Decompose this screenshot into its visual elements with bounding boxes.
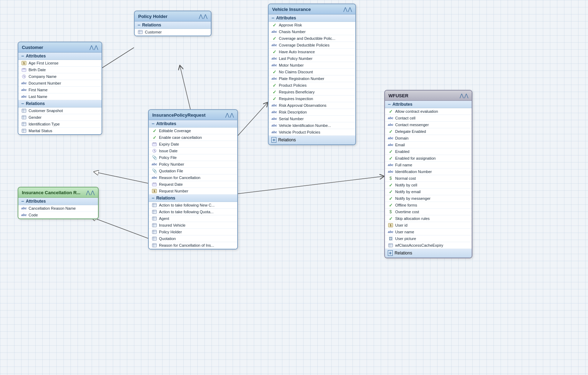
wfuser-header[interactable]: WFUSER ⋀ ⋀	[385, 91, 472, 101]
relations-label: Relations	[156, 196, 175, 201]
attr-risk-approval: abcRisk Approval Observations	[269, 102, 355, 109]
attr-label: First Name	[29, 88, 48, 92]
policy-holder-relations-header: − Relations	[135, 21, 211, 29]
attributes-label: Attributes	[26, 199, 46, 204]
wfuser-collapse[interactable]: ⋀ ⋀	[460, 93, 468, 98]
insurance-policy-request-entity: InsurancePolicyRequest ⋀ ⋀ − Attributes …	[148, 109, 238, 250]
table-icon	[21, 128, 27, 133]
attr-motor-number: abcMotor Number	[269, 62, 355, 69]
collapse-icon2[interactable]: ⋀	[91, 190, 94, 195]
policy-holder-header[interactable]: Policy Holder ⋀ ⋀	[135, 11, 211, 21]
policy-holder-entity: Policy Holder ⋀ ⋀ − Relations Customer	[134, 11, 212, 36]
attr-requires-inspection: ✓Requires Inspection	[269, 96, 355, 102]
abc-icon: abc	[21, 206, 27, 211]
minus-icon[interactable]: −	[388, 102, 391, 107]
table-icon	[152, 243, 157, 248]
table-icon	[152, 216, 157, 221]
attr-vehicle-id: abcVehicle Identification Numbe...	[269, 122, 355, 129]
minus-icon[interactable]: −	[21, 101, 24, 106]
attr-doc-number: abc Document Number	[18, 80, 102, 87]
attr-vehicle-product: abcVehicle Product Policies	[269, 129, 355, 136]
attr-have-auto: ✓Have Auto Insurance	[269, 49, 355, 55]
check-icon: ✓	[271, 49, 277, 54]
paperclip-icon: 📎	[152, 168, 157, 173]
table-icon	[152, 203, 157, 208]
minus-icon[interactable]: −	[152, 196, 154, 201]
ipr-header[interactable]: InsurancePolicyRequest ⋀ ⋀	[149, 110, 237, 120]
svg-line-5	[95, 219, 152, 240]
svg-rect-44	[152, 210, 157, 214]
collapse-icon2[interactable]: ⋀	[348, 6, 352, 12]
attr-coverage-deductible: abcCoverage Deductible Policies	[269, 42, 355, 49]
table-icon	[388, 243, 393, 248]
attr-enabled: ✓Enabled	[385, 148, 472, 155]
wfuser-relations-collapsed[interactable]: + Relations	[385, 249, 472, 258]
minus-icon[interactable]: −	[152, 121, 154, 126]
ic-attributes-header: − Attributes	[18, 198, 98, 205]
collapse-icon[interactable]: ⋀	[225, 112, 229, 118]
svg-line-6	[236, 102, 268, 137]
image-icon: 🖼	[388, 236, 393, 241]
minus-icon[interactable]: −	[21, 199, 24, 204]
rel-reason-cancellation-ins: Reason for Cancellation of Ins...	[149, 242, 237, 249]
vehicle-insurance-entity: Vehicle Insurance ⋀ ⋀ − Attributes ✓Appr…	[268, 4, 356, 145]
ic-collapse[interactable]: ⋀ ⋀	[86, 190, 94, 195]
abc-icon: abc	[21, 81, 27, 86]
collapse-icon2[interactable]: ⋀	[464, 93, 468, 98]
svg-line-4	[98, 173, 148, 183]
collapse-icon[interactable]: ⋀	[86, 190, 90, 195]
attr-expiry-date: Expiry Date	[149, 141, 237, 148]
attr-delegate-enabled: ✓Delegate Enabled	[385, 128, 472, 135]
customer-collapse[interactable]: ⋀ ⋀	[90, 44, 98, 50]
svg-rect-62	[388, 244, 393, 247]
insurance-cancellation-header[interactable]: Insurance Cancellation R... ⋀ ⋀	[18, 188, 98, 198]
minus-icon[interactable]: −	[271, 16, 274, 20]
attr-label: Last Name	[29, 94, 47, 99]
customer-attributes-header: − Attributes	[18, 53, 102, 60]
svg-rect-8	[22, 68, 26, 72]
collapse-icon[interactable]: ⋀	[460, 93, 464, 98]
collapse-icon2[interactable]: ⋀	[203, 13, 207, 19]
attr-requires-beneficiary: ✓Requires Beneficiary	[269, 89, 355, 96]
attr-request-date: Request Date	[149, 181, 237, 188]
svg-rect-50	[152, 223, 157, 227]
collapse-icon2[interactable]: ⋀	[230, 112, 234, 118]
attr-email: abcEmail	[385, 142, 472, 148]
plus-icon[interactable]: +	[271, 137, 276, 143]
attr-enable-case: ✓Enable case cancellation	[149, 134, 237, 141]
attr-request-number: 1Request Number	[149, 188, 237, 195]
vehicle-insurance-header[interactable]: Vehicle Insurance ⋀ ⋀	[269, 4, 355, 14]
attr-plate-reg: abcPlate Registration Number	[269, 75, 355, 82]
abc-icon: abc	[388, 229, 393, 234]
relations-label: Relations	[278, 137, 296, 142]
check-icon: ✓	[271, 96, 277, 101]
minus-icon[interactable]: −	[21, 54, 24, 59]
table-icon	[21, 115, 27, 120]
svg-rect-30	[152, 143, 157, 146]
num-icon: 1	[388, 223, 393, 228]
svg-line-3	[180, 65, 190, 109]
attr-no-claims: ✓No Claims Discount	[269, 69, 355, 75]
check-icon: ✓	[271, 23, 277, 27]
attr-contact-cell: abcContact cell	[385, 115, 472, 122]
collapse-icon[interactable]: ⋀	[199, 13, 203, 19]
plus-icon[interactable]: +	[388, 250, 393, 256]
collapse-icon2[interactable]: ⋀	[94, 44, 98, 50]
attributes-label: Attributes	[276, 16, 296, 20]
vehicle-insurance-collapse[interactable]: ⋀ ⋀	[343, 6, 352, 12]
svg-line-7	[237, 176, 384, 194]
vi-relations-collapsed[interactable]: + Relations	[269, 136, 355, 145]
rel-label: Identification Type	[29, 122, 60, 126]
abc-icon: abc	[21, 94, 27, 99]
collapse-icon[interactable]: ⋀	[343, 6, 347, 12]
attr-wf-class: wfClassAccessCacheExpiry	[385, 242, 472, 249]
check-icon: ✓	[388, 183, 393, 188]
minus-icon[interactable]: −	[137, 23, 140, 27]
ipr-collapse[interactable]: ⋀ ⋀	[225, 112, 234, 118]
policy-holder-collapse[interactable]: ⋀ ⋀	[199, 13, 207, 19]
collapse-icon[interactable]: ⋀	[90, 44, 93, 50]
ipr-title: InsurancePolicyRequest	[152, 112, 206, 118]
abc-icon: abc	[388, 122, 393, 127]
relations-label: Relations	[394, 251, 412, 256]
customer-header[interactable]: Customer ⋀ ⋀	[18, 42, 102, 53]
